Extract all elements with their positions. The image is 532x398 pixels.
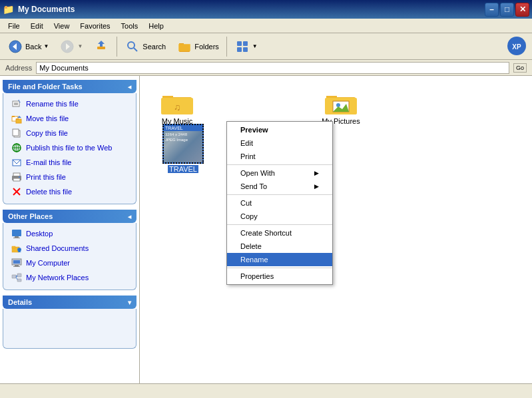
back-button[interactable]: Back ▼ (3, 35, 53, 58)
title-text: My Documents (18, 5, 75, 14)
ctx-edit[interactable]: Edit (227, 136, 332, 150)
folders-label: Folders (194, 43, 219, 51)
ctx-sep-2 (227, 194, 332, 195)
network-label: My Network Places (26, 274, 89, 282)
other-places-header[interactable]: Other Places ◂ (3, 210, 136, 223)
sidebar-item-desktop[interactable]: Desktop (9, 227, 131, 240)
email-label: E-mail this file (26, 158, 71, 166)
maximize-button[interactable]: □ (500, 3, 514, 17)
ctx-open-with-arrow: ▶ (314, 170, 319, 176)
sidebar-item-rename[interactable]: Rename this file (9, 97, 131, 110)
folders-icon (176, 39, 192, 55)
travel-thumbnail: TRAVEL 3264 x 2448JPEG Image (164, 125, 202, 162)
ctx-sep-4 (227, 268, 332, 268)
views-button[interactable]: ▼ (230, 35, 262, 58)
title-bar: 📁 My Documents – □ ✕ (0, 0, 532, 19)
file-folder-tasks-content: Rename this file Move this file (3, 93, 136, 204)
ctx-sep-1 (227, 164, 332, 165)
sidebar-item-delete[interactable]: Delete this file (9, 185, 131, 198)
sidebar-item-publish[interactable]: Publish this file to the Web (9, 141, 131, 154)
ctx-cut-label: Cut (240, 199, 252, 207)
ctx-create-shortcut[interactable]: Create Shortcut (227, 226, 332, 240)
svg-rect-37 (19, 176, 20, 178)
address-input[interactable]: My Documents (36, 62, 509, 74)
views-dropdown-icon: ▼ (252, 43, 258, 49)
ctx-rename-label: Rename (240, 256, 268, 264)
title-icon: 📁 (3, 4, 14, 15)
svg-rect-13 (243, 41, 248, 46)
ctx-sep-3 (227, 224, 332, 225)
ctx-cut[interactable]: Cut (227, 196, 332, 210)
title-controls: – □ ✕ (485, 3, 529, 17)
address-go[interactable]: Go (513, 63, 527, 73)
address-label: Address (5, 64, 32, 72)
ctx-delete[interactable]: Delete (227, 240, 332, 253)
close-button[interactable]: ✕ (515, 3, 529, 17)
file-folder-tasks-header[interactable]: File and Folder Tasks ◂ (3, 80, 136, 93)
menu-file[interactable]: File (3, 21, 25, 31)
menu-favorites[interactable]: Favorites (75, 21, 115, 31)
ctx-open-with[interactable]: Open With ▶ (227, 166, 332, 180)
svg-point-56 (16, 276, 17, 277)
details-content (3, 309, 136, 349)
sidebar-item-shared-docs[interactable]: 👤 Shared Documents (9, 242, 131, 255)
print-label: Print this file (26, 173, 66, 181)
shared-docs-label: Shared Documents (26, 244, 89, 252)
svg-rect-25 (16, 118, 19, 120)
svg-rect-23 (12, 116, 15, 117)
ctx-preview[interactable]: Preview (227, 123, 332, 136)
file-folder-tasks-label: File and Folder Tasks (8, 83, 83, 91)
svg-rect-52 (17, 274, 21, 277)
travel-filename: TRAVEL (164, 125, 202, 131)
ctx-rename[interactable]: Rename (227, 253, 332, 266)
sidebar-item-email[interactable]: E-mail this file (9, 156, 131, 169)
left-panel: File and Folder Tasks ◂ Rename this file (0, 76, 140, 383)
ctx-print[interactable]: Print (227, 150, 332, 163)
publish-icon (11, 142, 22, 153)
file-folder-tasks-section: File and Folder Tasks ◂ Rename this file (0, 80, 139, 204)
ctx-send-to[interactable]: Send To ▶ (227, 180, 332, 193)
forward-icon (59, 39, 75, 55)
up-button[interactable] (89, 35, 114, 58)
svg-rect-42 (13, 238, 20, 238)
desktop-label: Desktop (26, 230, 53, 238)
sidebar-item-print[interactable]: Print this file (9, 170, 131, 184)
sidebar-item-my-computer[interactable]: My Computer (9, 256, 131, 270)
ctx-properties-label: Properties (240, 272, 274, 280)
main-layout: File and Folder Tasks ◂ Rename this file (0, 76, 532, 383)
other-places-arrow: ◂ (128, 213, 131, 220)
ctx-preview-label: Preview (240, 126, 268, 134)
back-icon (7, 39, 23, 55)
my-pictures-folder-icon (325, 89, 357, 116)
folders-button[interactable]: Folders (172, 35, 224, 58)
ctx-open-with-label: Open With (240, 169, 275, 177)
context-menu: Preview Edit Print Open With ▶ Send To ▶ (226, 121, 333, 285)
minimize-button[interactable]: – (485, 3, 499, 17)
sidebar-item-move[interactable]: Move this file (9, 112, 131, 125)
menu-edit[interactable]: Edit (25, 21, 49, 31)
svg-rect-36 (13, 178, 20, 181)
shared-docs-icon: 👤 (11, 243, 22, 254)
publish-label: Publish this file to the Web (26, 144, 112, 152)
menu-view[interactable]: View (49, 21, 75, 31)
up-icon (93, 39, 109, 55)
sidebar-item-network[interactable]: My Network Places (9, 271, 131, 284)
move-label: Move this file (26, 114, 69, 122)
address-bar: Address My Documents Go (0, 60, 532, 76)
back-dropdown-icon: ▼ (43, 43, 49, 49)
menu-tools[interactable]: Tools (116, 21, 144, 31)
sidebar-item-copy[interactable]: Copy this file (9, 126, 131, 140)
forward-button[interactable]: ▼ (55, 35, 87, 58)
ctx-properties[interactable]: Properties (227, 270, 332, 283)
svg-marker-6 (98, 41, 105, 44)
travel-file[interactable]: TRAVEL 3264 x 2448JPEG Image TRAVEL (153, 121, 213, 176)
copy-label: Copy this file (26, 129, 68, 137)
ctx-print-label: Print (240, 152, 256, 160)
menu-help[interactable]: Help (143, 21, 169, 31)
other-places-section: Other Places ◂ Desktop (0, 210, 139, 290)
search-button[interactable]: Search (120, 35, 170, 58)
delete-label: Delete this file (26, 188, 72, 196)
ctx-copy[interactable]: Copy (227, 210, 332, 223)
toolbar: Back ▼ ▼ Search (0, 33, 532, 60)
details-header[interactable]: Details ▾ (3, 296, 136, 309)
